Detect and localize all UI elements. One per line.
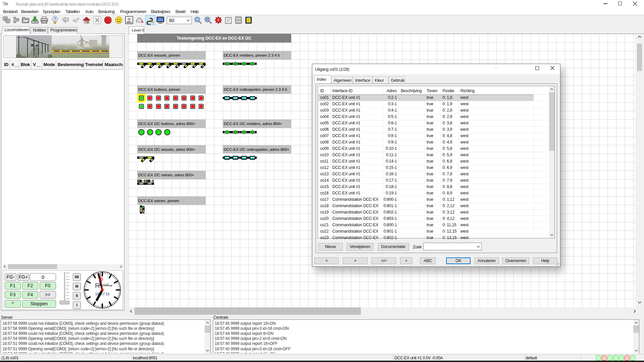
svg-text:R: R xyxy=(95,282,100,289)
svg-text:WIO: WIO xyxy=(127,21,132,24)
svg-text:18:57 Di: 18:57 Di xyxy=(95,292,110,296)
svg-text:!: ! xyxy=(218,18,219,22)
svg-text:?: ? xyxy=(54,17,56,21)
